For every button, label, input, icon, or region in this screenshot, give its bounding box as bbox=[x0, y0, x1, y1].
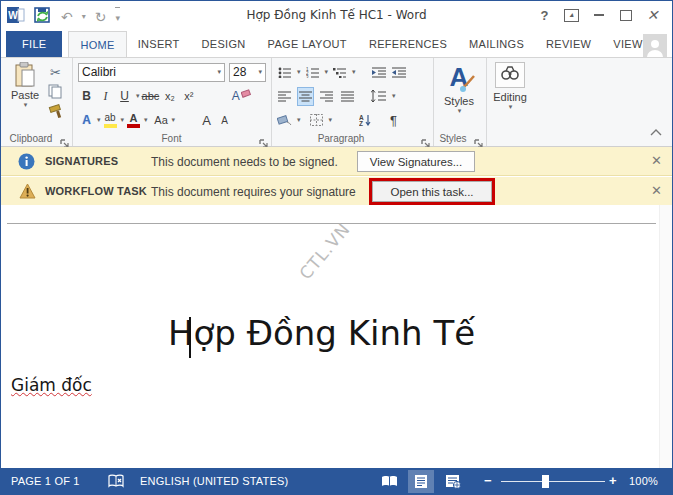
clear-formatting-button[interactable]: A bbox=[227, 87, 244, 106]
styles-button[interactable]: A Styles ▾ bbox=[439, 61, 479, 115]
close-button[interactable]: ✕ bbox=[639, 4, 666, 26]
tab-home[interactable]: HOME bbox=[68, 31, 126, 57]
zoom-slider-track[interactable] bbox=[501, 481, 605, 482]
font-color-dropdown-icon[interactable]: ▾ bbox=[144, 116, 148, 124]
clipboard-dialog-launcher-icon[interactable] bbox=[60, 134, 69, 143]
page-indicator[interactable]: PAGE 1 OF 1 bbox=[11, 475, 80, 487]
maximize-button[interactable] bbox=[612, 4, 639, 26]
justify-button[interactable] bbox=[339, 87, 356, 106]
highlight-dropdown-icon[interactable]: ▾ bbox=[121, 116, 125, 124]
align-right-button[interactable] bbox=[318, 87, 335, 106]
borders-button[interactable] bbox=[308, 111, 325, 130]
tab-file[interactable]: FILE bbox=[6, 31, 62, 57]
text-effects-button[interactable]: A bbox=[78, 111, 95, 130]
underline-dropdown-icon[interactable]: ▾ bbox=[136, 92, 140, 100]
svg-text:W: W bbox=[8, 10, 18, 21]
zoom-level[interactable]: 100% bbox=[629, 475, 658, 487]
subscript-button[interactable]: x₂ bbox=[161, 87, 178, 106]
cut-icon[interactable]: ✂ bbox=[47, 63, 64, 82]
shrink-font-button[interactable]: A bbox=[216, 111, 233, 130]
strikethrough-button[interactable]: abc bbox=[142, 87, 160, 106]
text-effects-dropdown-icon[interactable]: ▾ bbox=[97, 116, 101, 124]
save-sync-icon[interactable] bbox=[34, 6, 52, 28]
zoom-slider-thumb[interactable] bbox=[542, 475, 549, 488]
align-center-button[interactable] bbox=[297, 87, 314, 106]
zoom-in-button[interactable]: + bbox=[609, 473, 617, 488]
paragraph-dialog-launcher-icon[interactable] bbox=[421, 134, 430, 143]
font-dialog-launcher-icon[interactable] bbox=[259, 134, 268, 143]
clipboard-icon bbox=[14, 62, 36, 88]
bold-button[interactable]: B bbox=[78, 87, 95, 106]
paste-button[interactable]: Paste ▾ bbox=[7, 62, 43, 109]
help-button[interactable]: ? bbox=[531, 4, 558, 26]
minimize-button[interactable] bbox=[585, 4, 612, 26]
change-case-dropdown-icon[interactable]: ▾ bbox=[172, 116, 176, 124]
styles-dialog-launcher-icon[interactable] bbox=[474, 134, 483, 143]
line-spacing-button[interactable] bbox=[370, 87, 387, 106]
line-spacing-dropdown-icon[interactable]: ▾ bbox=[392, 92, 396, 100]
web-layout-button[interactable] bbox=[440, 470, 466, 493]
close-message-icon[interactable]: ✕ bbox=[651, 154, 662, 167]
highlight-button[interactable]: ab bbox=[102, 111, 119, 130]
qat-customize-icon[interactable]: ▾ bbox=[115, 7, 120, 27]
document-heading[interactable]: Hợp Đồng Kinh Tế bbox=[1, 313, 642, 353]
undo-dropdown-icon[interactable]: ▾ bbox=[82, 8, 86, 26]
italic-button[interactable]: I bbox=[97, 87, 114, 106]
borders-dropdown-icon[interactable]: ▾ bbox=[329, 116, 333, 124]
paste-dropdown-icon[interactable]: ▾ bbox=[24, 101, 28, 109]
tab-references[interactable]: REFERENCES bbox=[358, 31, 458, 57]
increase-indent-button[interactable] bbox=[391, 63, 408, 82]
language-indicator[interactable]: ENGLISH (UNITED STATES) bbox=[140, 475, 288, 487]
grow-font-button[interactable]: A bbox=[198, 111, 215, 130]
tab-page-layout[interactable]: PAGE LAYOUT bbox=[257, 31, 358, 57]
font-size-dropdown-icon[interactable]: ▾ bbox=[258, 68, 262, 76]
numbering-button[interactable]: 123 bbox=[304, 63, 321, 82]
collapse-ribbon-icon[interactable] bbox=[650, 122, 662, 140]
align-left-button[interactable] bbox=[276, 87, 293, 106]
multilevel-dropdown-icon[interactable]: ▾ bbox=[352, 68, 356, 76]
tab-mailings[interactable]: MAILINGS bbox=[458, 31, 535, 57]
close-message-icon[interactable]: ✕ bbox=[651, 184, 662, 197]
window-controls: ? ▴ ✕ bbox=[531, 4, 666, 26]
sort-button[interactable]: AZ bbox=[357, 111, 374, 130]
format-painter-icon[interactable] bbox=[48, 104, 63, 123]
pilcrow-button[interactable]: ¶ bbox=[385, 111, 402, 130]
undo-icon[interactable]: ↶ bbox=[61, 8, 73, 26]
bullets-dropdown-icon[interactable]: ▾ bbox=[297, 68, 301, 76]
print-layout-button[interactable] bbox=[408, 470, 434, 493]
ribbon-display-options-button[interactable]: ▴ bbox=[558, 4, 585, 26]
view-signatures-button[interactable]: View Signatures... bbox=[357, 151, 475, 172]
numbering-dropdown-icon[interactable]: ▾ bbox=[325, 68, 329, 76]
open-this-task-button[interactable]: Open this task... bbox=[372, 181, 492, 202]
styles-icon: A bbox=[450, 61, 469, 95]
proofing-status-icon[interactable] bbox=[108, 474, 124, 491]
multilevel-list-button[interactable] bbox=[331, 63, 348, 82]
editing-dropdown-icon[interactable]: ▾ bbox=[509, 103, 513, 111]
tab-review[interactable]: REVIEW bbox=[535, 31, 602, 57]
tab-design[interactable]: DESIGN bbox=[191, 31, 257, 57]
zoom-out-button[interactable]: − bbox=[484, 473, 492, 488]
paragraph-group: ▾ 123 ▾ ▾ ▾ ▾ ▾ AZ bbox=[271, 58, 434, 146]
signature-line-text[interactable]: Giám đốc bbox=[11, 375, 92, 395]
document-canvas[interactable]: CTL.VN Hợp Đồng Kinh Tế Giám đốc bbox=[1, 205, 672, 468]
editing-button[interactable]: Editing ▾ bbox=[494, 62, 526, 111]
styles-dropdown-icon[interactable]: ▾ bbox=[458, 107, 462, 115]
superscript-button[interactable]: x² bbox=[180, 87, 197, 106]
font-size-combo[interactable]: 28 ▾ bbox=[229, 63, 266, 82]
redo-icon[interactable]: ↻ bbox=[95, 8, 107, 26]
shading-button[interactable] bbox=[276, 111, 293, 130]
text-cursor bbox=[189, 317, 191, 358]
vertical-scrollbar[interactable] bbox=[659, 205, 672, 468]
shading-dropdown-icon[interactable]: ▾ bbox=[297, 116, 301, 124]
copy-icon[interactable] bbox=[48, 84, 62, 103]
underline-button[interactable]: U bbox=[116, 87, 133, 106]
tab-insert[interactable]: INSERT bbox=[127, 31, 191, 57]
user-avatar[interactable] bbox=[643, 34, 667, 57]
font-name-combo[interactable]: Calibri ▾ bbox=[78, 63, 225, 82]
font-name-dropdown-icon[interactable]: ▾ bbox=[217, 68, 221, 76]
decrease-indent-button[interactable] bbox=[371, 63, 388, 82]
read-mode-button[interactable] bbox=[376, 470, 402, 493]
font-color-button[interactable]: A bbox=[125, 111, 142, 130]
bullets-button[interactable] bbox=[276, 63, 293, 82]
change-case-button[interactable]: Aa bbox=[153, 111, 170, 130]
